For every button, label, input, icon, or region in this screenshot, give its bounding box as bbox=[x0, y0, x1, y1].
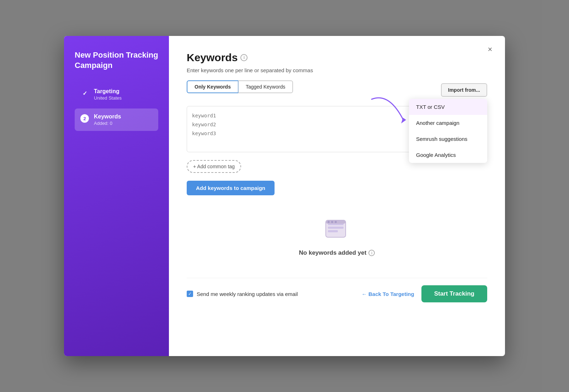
start-tracking-button[interactable]: Start Tracking bbox=[421, 285, 487, 302]
sidebar-step-targeting[interactable]: ✓ Targeting United States bbox=[75, 83, 158, 106]
empty-info-icon[interactable]: i bbox=[368, 250, 375, 256]
email-checkbox-row: ✓ Send me weekly ranking updates via ema… bbox=[187, 291, 298, 297]
page-title-text: Keywords bbox=[187, 52, 238, 64]
step2-name: Keywords bbox=[94, 113, 121, 120]
svg-rect-3 bbox=[328, 227, 344, 229]
dropdown-item-another-campaign[interactable]: Another campaign bbox=[409, 115, 487, 131]
sidebar: New Position Tracking Campaign ✓ Targeti… bbox=[64, 36, 169, 356]
page-title-row: Keywords i bbox=[187, 52, 487, 64]
dropdown-item-semrush[interactable]: Semrush suggestions bbox=[409, 131, 487, 147]
tab-only-keywords[interactable]: Only Keywords bbox=[187, 80, 238, 93]
svg-rect-4 bbox=[328, 230, 338, 232]
sidebar-step-keywords[interactable]: 2 Keywords Added: 0 bbox=[75, 108, 158, 131]
sidebar-title: New Position Tracking Campaign bbox=[75, 50, 158, 70]
dropdown-item-txt-csv[interactable]: TXT or CSV bbox=[409, 99, 487, 115]
email-checkbox[interactable]: ✓ bbox=[187, 291, 193, 297]
step1-indicator: ✓ bbox=[80, 89, 89, 97]
import-button[interactable]: Import from... bbox=[441, 83, 487, 97]
svg-point-8 bbox=[335, 221, 337, 223]
empty-state: No keywords added yet i bbox=[187, 208, 487, 267]
svg-point-6 bbox=[328, 221, 330, 223]
empty-state-icon bbox=[323, 215, 351, 244]
add-common-tag-button[interactable]: + Add common tag bbox=[187, 160, 241, 173]
back-to-targeting-button[interactable]: ← Back To Targeting bbox=[362, 291, 414, 297]
import-wrapper: Import from... TXT or CSV Another campai… bbox=[441, 83, 487, 97]
action-buttons: ← Back To Targeting Start Tracking bbox=[362, 285, 487, 302]
subtitle: Enter keywords one per line or separated… bbox=[187, 67, 487, 73]
step1-sub: United States bbox=[94, 95, 122, 101]
modal-container: New Position Tracking Campaign ✓ Targeti… bbox=[64, 36, 505, 356]
step2-indicator: 2 bbox=[80, 114, 89, 123]
tab-tagged-keywords[interactable]: Tagged Keywords bbox=[238, 80, 293, 93]
bottom-row: ✓ Send me weekly ranking updates via ema… bbox=[187, 278, 487, 302]
tabs-import-row: Only Keywords Tagged Keywords Import fro… bbox=[187, 80, 487, 100]
empty-state-text: No keywords added yet i bbox=[299, 249, 375, 256]
import-dropdown: TXT or CSV Another campaign Semrush sugg… bbox=[409, 99, 487, 163]
email-checkbox-label: Send me weekly ranking updates via email bbox=[197, 291, 298, 297]
main-content: × Keywords i Enter keywords one per line… bbox=[169, 36, 505, 356]
close-button[interactable]: × bbox=[484, 43, 496, 56]
add-keywords-button[interactable]: Add keywords to campaign bbox=[187, 181, 275, 195]
svg-point-7 bbox=[331, 221, 333, 223]
title-info-icon[interactable]: i bbox=[240, 54, 248, 61]
step1-name: Targeting bbox=[94, 88, 122, 95]
keyword-tabs: Only Keywords Tagged Keywords bbox=[187, 80, 293, 93]
dropdown-item-google-analytics[interactable]: Google Analytics bbox=[409, 147, 487, 163]
step2-sub: Added: 0 bbox=[94, 121, 121, 126]
